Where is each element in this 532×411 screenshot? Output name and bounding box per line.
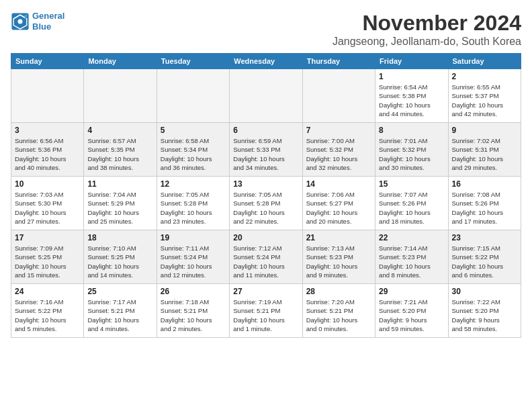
day-detail: Sunrise: 6:59 AM Sunset: 5:33 PM Dayligh… <box>233 136 298 172</box>
calendar-title: November 2024 <box>332 11 521 36</box>
calendar-cell <box>157 69 229 123</box>
calendar-cell: 28Sunrise: 7:20 AM Sunset: 5:21 PM Dayli… <box>302 284 375 338</box>
logo-line2: Blue <box>32 21 51 32</box>
calendar-cell: 15Sunrise: 7:07 AM Sunset: 5:26 PM Dayli… <box>375 177 448 230</box>
day-number: 26 <box>161 287 226 296</box>
day-detail: Sunrise: 7:05 AM Sunset: 5:28 PM Dayligh… <box>233 190 298 226</box>
day-detail: Sunrise: 7:12 AM Sunset: 5:24 PM Dayligh… <box>233 244 298 279</box>
day-detail: Sunrise: 7:02 AM Sunset: 5:31 PM Dayligh… <box>452 136 517 172</box>
day-detail: Sunrise: 7:00 AM Sunset: 5:32 PM Dayligh… <box>306 136 371 172</box>
day-detail: Sunrise: 7:20 AM Sunset: 5:21 PM Dayligh… <box>306 298 371 333</box>
week-row-5: 24Sunrise: 7:16 AM Sunset: 5:22 PM Dayli… <box>11 284 521 338</box>
weekday-header-friday: Friday <box>375 54 448 69</box>
day-number: 11 <box>87 179 152 189</box>
day-number: 12 <box>161 179 226 189</box>
title-area: November 2024 Jangseong, Jeollanam-do, S… <box>332 11 521 48</box>
calendar-cell: 13Sunrise: 7:05 AM Sunset: 5:28 PM Dayli… <box>230 177 302 230</box>
day-number: 4 <box>87 126 152 135</box>
weekday-header-tuesday: Tuesday <box>157 54 229 69</box>
calendar-cell: 3Sunrise: 6:56 AM Sunset: 5:36 PM Daylig… <box>11 123 84 177</box>
day-number: 9 <box>452 126 517 135</box>
day-number: 28 <box>306 287 371 296</box>
day-number: 8 <box>379 126 444 135</box>
calendar-cell: 16Sunrise: 7:08 AM Sunset: 5:26 PM Dayli… <box>448 177 521 230</box>
calendar-cell: 11Sunrise: 7:04 AM Sunset: 5:29 PM Dayli… <box>84 177 157 230</box>
day-detail: Sunrise: 7:09 AM Sunset: 5:25 PM Dayligh… <box>15 244 80 279</box>
day-number: 13 <box>233 179 298 189</box>
calendar-cell: 17Sunrise: 7:09 AM Sunset: 5:25 PM Dayli… <box>11 230 84 284</box>
calendar-cell: 14Sunrise: 7:06 AM Sunset: 5:27 PM Dayli… <box>302 177 375 230</box>
day-detail: Sunrise: 7:15 AM Sunset: 5:22 PM Dayligh… <box>452 244 517 279</box>
logo-line1: General <box>32 11 64 21</box>
day-number: 15 <box>379 179 444 189</box>
calendar-cell: 10Sunrise: 7:03 AM Sunset: 5:30 PM Dayli… <box>11 177 84 230</box>
day-number: 27 <box>233 287 298 296</box>
day-detail: Sunrise: 6:55 AM Sunset: 5:37 PM Dayligh… <box>452 83 517 118</box>
calendar-cell: 29Sunrise: 7:21 AM Sunset: 5:20 PM Dayli… <box>375 284 448 338</box>
day-number: 23 <box>452 233 517 242</box>
day-number: 14 <box>306 179 371 189</box>
day-detail: Sunrise: 6:54 AM Sunset: 5:38 PM Dayligh… <box>379 83 444 118</box>
day-detail: Sunrise: 7:11 AM Sunset: 5:24 PM Dayligh… <box>161 244 226 279</box>
day-detail: Sunrise: 7:14 AM Sunset: 5:23 PM Dayligh… <box>379 244 444 279</box>
calendar-cell: 5Sunrise: 6:58 AM Sunset: 5:34 PM Daylig… <box>157 123 229 177</box>
day-detail: Sunrise: 6:56 AM Sunset: 5:36 PM Dayligh… <box>15 136 80 172</box>
week-row-2: 3Sunrise: 6:56 AM Sunset: 5:36 PM Daylig… <box>11 123 521 177</box>
calendar-cell: 19Sunrise: 7:11 AM Sunset: 5:24 PM Dayli… <box>157 230 229 284</box>
day-number: 30 <box>452 287 517 296</box>
day-detail: Sunrise: 7:08 AM Sunset: 5:26 PM Dayligh… <box>452 190 517 226</box>
week-row-4: 17Sunrise: 7:09 AM Sunset: 5:25 PM Dayli… <box>11 230 521 284</box>
day-number: 22 <box>379 233 444 242</box>
calendar-table: SundayMondayTuesdayWednesdayThursdayFrid… <box>11 53 521 338</box>
day-detail: Sunrise: 7:01 AM Sunset: 5:32 PM Dayligh… <box>379 136 444 172</box>
calendar-cell <box>302 69 375 123</box>
calendar-cell: 20Sunrise: 7:12 AM Sunset: 5:24 PM Dayli… <box>230 230 302 284</box>
calendar-cell: 12Sunrise: 7:05 AM Sunset: 5:28 PM Dayli… <box>157 177 229 230</box>
day-detail: Sunrise: 7:18 AM Sunset: 5:21 PM Dayligh… <box>161 298 226 333</box>
week-row-3: 10Sunrise: 7:03 AM Sunset: 5:30 PM Dayli… <box>11 177 521 230</box>
page-header: General Blue November 2024 Jangseong, Je… <box>11 11 521 48</box>
day-detail: Sunrise: 7:04 AM Sunset: 5:29 PM Dayligh… <box>87 190 152 226</box>
weekday-header-wednesday: Wednesday <box>230 54 302 69</box>
day-detail: Sunrise: 7:21 AM Sunset: 5:20 PM Dayligh… <box>379 298 444 333</box>
calendar-cell: 23Sunrise: 7:15 AM Sunset: 5:22 PM Dayli… <box>448 230 521 284</box>
calendar-cell: 30Sunrise: 7:22 AM Sunset: 5:20 PM Dayli… <box>448 284 521 338</box>
day-detail: Sunrise: 7:06 AM Sunset: 5:27 PM Dayligh… <box>306 190 371 226</box>
day-detail: Sunrise: 7:16 AM Sunset: 5:22 PM Dayligh… <box>15 298 80 333</box>
day-detail: Sunrise: 7:05 AM Sunset: 5:28 PM Dayligh… <box>161 190 226 226</box>
calendar-cell: 27Sunrise: 7:19 AM Sunset: 5:21 PM Dayli… <box>230 284 302 338</box>
calendar-cell: 25Sunrise: 7:17 AM Sunset: 5:21 PM Dayli… <box>84 284 157 338</box>
day-number: 21 <box>306 233 371 242</box>
calendar-cell: 26Sunrise: 7:18 AM Sunset: 5:21 PM Dayli… <box>157 284 229 338</box>
day-number: 1 <box>379 72 444 81</box>
day-detail: Sunrise: 7:22 AM Sunset: 5:20 PM Dayligh… <box>452 298 517 333</box>
day-number: 6 <box>233 126 298 135</box>
calendar-cell: 24Sunrise: 7:16 AM Sunset: 5:22 PM Dayli… <box>11 284 84 338</box>
day-detail: Sunrise: 7:07 AM Sunset: 5:26 PM Dayligh… <box>379 190 444 226</box>
calendar-cell: 8Sunrise: 7:01 AM Sunset: 5:32 PM Daylig… <box>375 123 448 177</box>
calendar-cell: 21Sunrise: 7:13 AM Sunset: 5:23 PM Dayli… <box>302 230 375 284</box>
day-number: 29 <box>379 287 444 296</box>
calendar-cell: 7Sunrise: 7:00 AM Sunset: 5:32 PM Daylig… <box>302 123 375 177</box>
weekday-header-thursday: Thursday <box>302 54 375 69</box>
calendar-cell <box>84 69 157 123</box>
day-detail: Sunrise: 7:17 AM Sunset: 5:21 PM Dayligh… <box>87 298 152 333</box>
day-detail: Sunrise: 7:13 AM Sunset: 5:23 PM Dayligh… <box>306 244 371 279</box>
day-number: 7 <box>306 126 371 135</box>
day-number: 24 <box>15 287 80 296</box>
logo-text: General Blue <box>32 11 64 32</box>
day-detail: Sunrise: 7:19 AM Sunset: 5:21 PM Dayligh… <box>233 298 298 333</box>
weekday-header-row: SundayMondayTuesdayWednesdayThursdayFrid… <box>11 54 521 69</box>
day-number: 3 <box>15 126 80 135</box>
day-number: 20 <box>233 233 298 242</box>
calendar-cell: 18Sunrise: 7:10 AM Sunset: 5:25 PM Dayli… <box>84 230 157 284</box>
calendar-cell: 22Sunrise: 7:14 AM Sunset: 5:23 PM Dayli… <box>375 230 448 284</box>
day-number: 25 <box>87 287 152 296</box>
weekday-header-saturday: Saturday <box>448 54 521 69</box>
calendar-cell <box>11 69 84 123</box>
calendar-cell: 9Sunrise: 7:02 AM Sunset: 5:31 PM Daylig… <box>448 123 521 177</box>
calendar-cell: 1Sunrise: 6:54 AM Sunset: 5:38 PM Daylig… <box>375 69 448 123</box>
calendar-cell: 6Sunrise: 6:59 AM Sunset: 5:33 PM Daylig… <box>230 123 302 177</box>
day-detail: Sunrise: 6:57 AM Sunset: 5:35 PM Dayligh… <box>87 136 152 172</box>
day-number: 5 <box>161 126 226 135</box>
